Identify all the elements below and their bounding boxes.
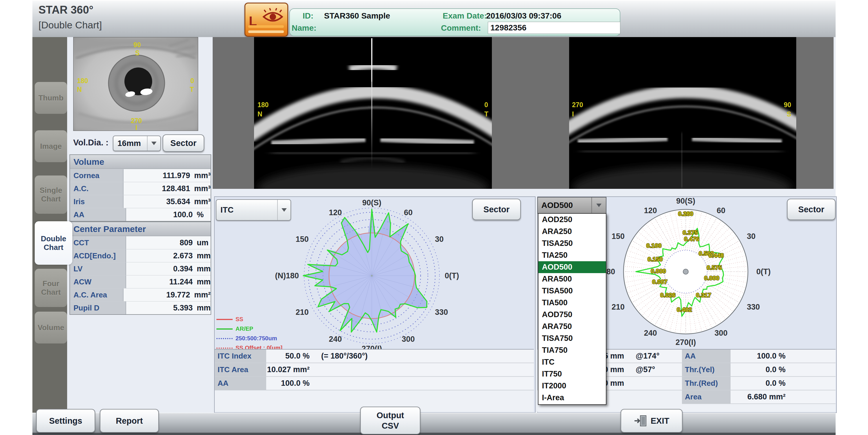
legend-label: AR/EP bbox=[236, 325, 253, 332]
dropdown-item-aod750[interactable]: AOD750 bbox=[538, 309, 606, 321]
row-value: 809 bbox=[126, 238, 193, 247]
row-unit: mm bbox=[197, 264, 211, 273]
sector-value-label: 0.402 bbox=[677, 306, 692, 313]
dropdown-item-aod250[interactable]: AOD250 bbox=[538, 214, 606, 226]
row-label: AA bbox=[215, 377, 266, 390]
output-csv-button[interactable]: Output CSV bbox=[360, 407, 421, 434]
dropdown-item-tia750[interactable]: TIA750 bbox=[538, 344, 606, 356]
metric-dropdown-list: AOD250ARA250TISA250TIA250AOD500ARA500TIS… bbox=[538, 213, 607, 405]
polar-angle-label: 90(S) bbox=[362, 198, 381, 207]
row-label: ACD[Endo.] bbox=[70, 249, 126, 262]
sector-value-label: 0.100 bbox=[646, 242, 662, 249]
legend-item: SS bbox=[216, 315, 282, 324]
dropdown-item-aod500[interactable]: AOD500 bbox=[538, 261, 606, 273]
polar-angle-label: 60 bbox=[717, 206, 725, 215]
oct-left-label-0: 0 bbox=[484, 101, 488, 109]
eye-icon bbox=[261, 8, 285, 26]
table-row: ACD[Endo.]2.673mm bbox=[70, 249, 211, 262]
dropdown-item-ara750[interactable]: ARA750 bbox=[538, 321, 606, 332]
dropdown-item-it750[interactable]: IT750 bbox=[538, 368, 606, 380]
dropdown-item-i-area[interactable]: I-Area bbox=[538, 392, 606, 404]
settings-button[interactable]: Settings bbox=[36, 409, 95, 433]
row-value: 0.0 % bbox=[731, 379, 785, 388]
exam-date-value: 2016/03/03 09:37:06 bbox=[486, 11, 561, 21]
dropdown-item-tia250[interactable]: TIA250 bbox=[538, 249, 606, 261]
sidebar-tab-single-chart[interactable]: Single Chart bbox=[35, 175, 67, 214]
dropdown-item-ara250[interactable]: ARA250 bbox=[538, 226, 606, 237]
row-value: 100.0 bbox=[126, 210, 193, 219]
sidebar-tab-thumb[interactable]: Thumb bbox=[35, 82, 67, 114]
dropdown-item-tisa750[interactable]: TISA750 bbox=[538, 332, 606, 344]
aa-threshold-table: AA100.0 %Thr.(Yel)0.0 %Thr.(Red)0.0 %Are… bbox=[682, 349, 836, 412]
dropdown-item-tisa250[interactable]: TISA250 bbox=[538, 237, 606, 249]
left-sector-button[interactable]: Sector bbox=[163, 135, 204, 152]
eye-label-n: N bbox=[77, 86, 82, 93]
chevron-down-icon bbox=[151, 142, 157, 145]
polar-angle-label: 150 bbox=[612, 232, 625, 241]
patient-id-label: ID: bbox=[303, 11, 313, 21]
row-label: ACW bbox=[70, 276, 126, 288]
polar-angle-label: 240 bbox=[644, 329, 657, 338]
polar-angle-label: 300 bbox=[714, 329, 727, 338]
dropdown-item-it2000[interactable]: IT2000 bbox=[538, 380, 606, 392]
sector-value-label: 0.448 bbox=[709, 252, 724, 259]
row-value: 0.394 bbox=[126, 264, 193, 273]
polar-angle-label: 300 bbox=[402, 335, 414, 344]
view-mode-label: [Double Chart] bbox=[38, 20, 102, 31]
oct-left-label-n: N bbox=[257, 110, 262, 118]
polar-angle-label: 210 bbox=[296, 308, 309, 317]
row-value: 19.772 bbox=[124, 290, 190, 299]
left-eye-button[interactable]: L bbox=[245, 3, 288, 37]
table-row: CCT809um bbox=[70, 236, 211, 249]
legend-swatch bbox=[216, 328, 232, 329]
table-row: Thr.(Red)0.0 % bbox=[682, 377, 836, 390]
output-csv-line1: Output bbox=[376, 410, 404, 420]
table-title: Center Parameter bbox=[70, 222, 211, 236]
table-row: AA100.0 % bbox=[215, 377, 534, 390]
header-bar: STAR 360° [Double Chart] L ID: STAR360 S… bbox=[32, 0, 836, 38]
table-row: Iris35.634mm³ bbox=[70, 195, 211, 208]
row-value: 0.0 % bbox=[731, 365, 785, 374]
dropdown-item-tia500[interactable]: TIA500 bbox=[538, 297, 606, 309]
vol-dia-dropdown-arrow[interactable] bbox=[147, 136, 160, 151]
exit-button[interactable]: EXIT bbox=[621, 409, 683, 433]
row-label: AA bbox=[70, 208, 126, 221]
comment-input[interactable] bbox=[488, 22, 620, 34]
sidebar-tab-double-chart[interactable]: Double Chart bbox=[35, 221, 72, 265]
eye-label-i: I bbox=[135, 124, 137, 131]
row-value: 2.673 bbox=[126, 251, 193, 260]
row-value: 6.680 mm² bbox=[731, 393, 785, 401]
exit-label: EXIT bbox=[651, 416, 669, 426]
dropdown-item-tisa500[interactable]: TISA500 bbox=[538, 285, 606, 297]
sidebar-tab-volume[interactable]: Volume bbox=[35, 312, 67, 344]
vol-dia-dropdown[interactable]: 16mm bbox=[113, 136, 161, 151]
row-label: CCT bbox=[70, 236, 126, 249]
itc-result-table: ITC Index50.0 %(= 180°/360°)ITC Area10.0… bbox=[215, 349, 534, 412]
table-row: ITC Area10.027 mm² bbox=[215, 363, 534, 377]
sidebar-tab-image[interactable]: Image bbox=[35, 130, 67, 162]
row-label: Thr.(Yel) bbox=[682, 363, 731, 376]
eye-label-180: 180 bbox=[77, 77, 88, 85]
row-value: 11.244 bbox=[126, 278, 193, 286]
report-button[interactable]: Report bbox=[100, 409, 159, 433]
vol-dia-label: Vol.Dia. : bbox=[73, 138, 108, 147]
page: STAR 360° [Double Chart] L ID: STAR360 S… bbox=[0, 0, 868, 435]
legend-item: AR/EP bbox=[216, 324, 282, 334]
row-note: @57° bbox=[636, 365, 655, 374]
sidebar-tab-four-chart[interactable]: Four Chart bbox=[35, 269, 67, 307]
dropdown-item-ara500[interactable]: ARA500 bbox=[538, 273, 606, 285]
eye-photo-thumbnail: 90 S 180 N 0 T 270 I bbox=[73, 37, 198, 131]
exam-date-label: Exam Date: bbox=[443, 11, 487, 21]
row-value: 5.393 bbox=[126, 303, 193, 313]
table-row: A.C. Area19.772mm² bbox=[70, 288, 211, 301]
row-unit: mm bbox=[197, 278, 211, 286]
table-row: ACW11.244mm bbox=[70, 275, 211, 288]
vol-dia-value: 16mm bbox=[114, 139, 147, 148]
dropdown-item-itc[interactable]: ITC bbox=[538, 356, 606, 368]
table-row: ITC Index50.0 %(= 180°/360°) bbox=[215, 350, 534, 363]
output-csv-line2: CSV bbox=[382, 420, 399, 431]
polar-angle-label: 0(T) bbox=[445, 271, 459, 280]
oct-right-label-90: 90 bbox=[784, 101, 791, 109]
patient-id-value: STAR360 Sample bbox=[324, 11, 390, 21]
center-parameter-table: Center ParameterCCT809umACD[Endo.]2.673m… bbox=[69, 222, 211, 315]
